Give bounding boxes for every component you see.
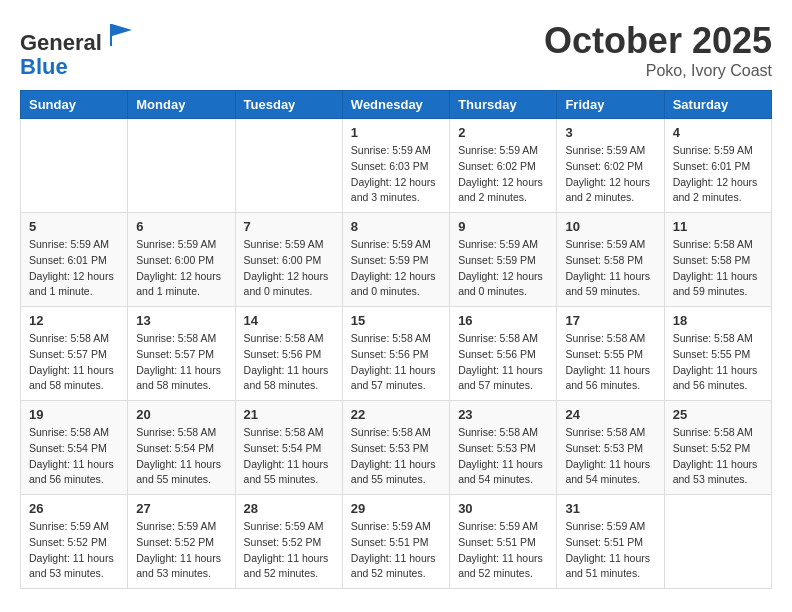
day-number: 20 (136, 407, 226, 422)
calendar-cell: 1Sunrise: 5:59 AM Sunset: 6:03 PM Daylig… (342, 119, 449, 213)
day-info: Sunrise: 5:58 AM Sunset: 5:54 PM Dayligh… (136, 425, 226, 488)
calendar-cell: 30Sunrise: 5:59 AM Sunset: 5:51 PM Dayli… (450, 495, 557, 589)
logo-blue: Blue (20, 54, 68, 79)
day-number: 4 (673, 125, 763, 140)
calendar-week-1: 1Sunrise: 5:59 AM Sunset: 6:03 PM Daylig… (21, 119, 772, 213)
day-number: 12 (29, 313, 119, 328)
calendar-cell: 16Sunrise: 5:58 AM Sunset: 5:56 PM Dayli… (450, 307, 557, 401)
day-number: 21 (244, 407, 334, 422)
day-number: 15 (351, 313, 441, 328)
day-number: 24 (565, 407, 655, 422)
page-header: General Blue October 2025 Poko, Ivory Co… (20, 20, 772, 80)
day-info: Sunrise: 5:59 AM Sunset: 5:51 PM Dayligh… (458, 519, 548, 582)
day-info: Sunrise: 5:59 AM Sunset: 5:58 PM Dayligh… (565, 237, 655, 300)
calendar-cell (21, 119, 128, 213)
month-title: October 2025 (544, 20, 772, 62)
day-info: Sunrise: 5:59 AM Sunset: 6:01 PM Dayligh… (29, 237, 119, 300)
calendar-week-3: 12Sunrise: 5:58 AM Sunset: 5:57 PM Dayli… (21, 307, 772, 401)
day-number: 7 (244, 219, 334, 234)
calendar-cell: 8Sunrise: 5:59 AM Sunset: 5:59 PM Daylig… (342, 213, 449, 307)
day-info: Sunrise: 5:59 AM Sunset: 6:01 PM Dayligh… (673, 143, 763, 206)
day-number: 14 (244, 313, 334, 328)
day-info: Sunrise: 5:59 AM Sunset: 5:59 PM Dayligh… (458, 237, 548, 300)
calendar-cell: 13Sunrise: 5:58 AM Sunset: 5:57 PM Dayli… (128, 307, 235, 401)
calendar-cell: 21Sunrise: 5:58 AM Sunset: 5:54 PM Dayli… (235, 401, 342, 495)
calendar-cell: 20Sunrise: 5:58 AM Sunset: 5:54 PM Dayli… (128, 401, 235, 495)
day-number: 13 (136, 313, 226, 328)
day-info: Sunrise: 5:58 AM Sunset: 5:55 PM Dayligh… (673, 331, 763, 394)
day-number: 31 (565, 501, 655, 516)
calendar-cell: 6Sunrise: 5:59 AM Sunset: 6:00 PM Daylig… (128, 213, 235, 307)
day-info: Sunrise: 5:59 AM Sunset: 6:02 PM Dayligh… (458, 143, 548, 206)
day-info: Sunrise: 5:58 AM Sunset: 5:54 PM Dayligh… (244, 425, 334, 488)
calendar-cell: 19Sunrise: 5:58 AM Sunset: 5:54 PM Dayli… (21, 401, 128, 495)
calendar-cell: 12Sunrise: 5:58 AM Sunset: 5:57 PM Dayli… (21, 307, 128, 401)
day-number: 28 (244, 501, 334, 516)
day-number: 8 (351, 219, 441, 234)
calendar-cell: 2Sunrise: 5:59 AM Sunset: 6:02 PM Daylig… (450, 119, 557, 213)
day-info: Sunrise: 5:59 AM Sunset: 5:52 PM Dayligh… (29, 519, 119, 582)
calendar-cell: 10Sunrise: 5:59 AM Sunset: 5:58 PM Dayli… (557, 213, 664, 307)
logo-flag-icon (106, 20, 136, 50)
calendar-cell: 25Sunrise: 5:58 AM Sunset: 5:52 PM Dayli… (664, 401, 771, 495)
calendar-table: SundayMondayTuesdayWednesdayThursdayFrid… (20, 90, 772, 589)
day-number: 30 (458, 501, 548, 516)
calendar-header-row: SundayMondayTuesdayWednesdayThursdayFrid… (21, 91, 772, 119)
day-info: Sunrise: 5:58 AM Sunset: 5:53 PM Dayligh… (458, 425, 548, 488)
day-info: Sunrise: 5:58 AM Sunset: 5:56 PM Dayligh… (458, 331, 548, 394)
day-info: Sunrise: 5:58 AM Sunset: 5:54 PM Dayligh… (29, 425, 119, 488)
day-number: 23 (458, 407, 548, 422)
day-number: 5 (29, 219, 119, 234)
day-number: 27 (136, 501, 226, 516)
day-info: Sunrise: 5:59 AM Sunset: 6:02 PM Dayligh… (565, 143, 655, 206)
calendar-cell: 29Sunrise: 5:59 AM Sunset: 5:51 PM Dayli… (342, 495, 449, 589)
weekday-header-wednesday: Wednesday (342, 91, 449, 119)
day-number: 17 (565, 313, 655, 328)
calendar-cell: 7Sunrise: 5:59 AM Sunset: 6:00 PM Daylig… (235, 213, 342, 307)
day-number: 11 (673, 219, 763, 234)
calendar-cell: 5Sunrise: 5:59 AM Sunset: 6:01 PM Daylig… (21, 213, 128, 307)
location: Poko, Ivory Coast (544, 62, 772, 80)
day-info: Sunrise: 5:59 AM Sunset: 5:52 PM Dayligh… (244, 519, 334, 582)
day-info: Sunrise: 5:59 AM Sunset: 5:59 PM Dayligh… (351, 237, 441, 300)
day-info: Sunrise: 5:59 AM Sunset: 6:03 PM Dayligh… (351, 143, 441, 206)
weekday-header-thursday: Thursday (450, 91, 557, 119)
logo: General Blue (20, 20, 136, 79)
day-info: Sunrise: 5:58 AM Sunset: 5:53 PM Dayligh… (351, 425, 441, 488)
day-number: 25 (673, 407, 763, 422)
day-info: Sunrise: 5:58 AM Sunset: 5:52 PM Dayligh… (673, 425, 763, 488)
calendar-cell: 22Sunrise: 5:58 AM Sunset: 5:53 PM Dayli… (342, 401, 449, 495)
calendar-cell (664, 495, 771, 589)
calendar-week-2: 5Sunrise: 5:59 AM Sunset: 6:01 PM Daylig… (21, 213, 772, 307)
calendar-cell: 26Sunrise: 5:59 AM Sunset: 5:52 PM Dayli… (21, 495, 128, 589)
day-info: Sunrise: 5:59 AM Sunset: 5:51 PM Dayligh… (565, 519, 655, 582)
svg-marker-0 (110, 24, 132, 46)
calendar-cell (235, 119, 342, 213)
calendar-cell: 17Sunrise: 5:58 AM Sunset: 5:55 PM Dayli… (557, 307, 664, 401)
day-number: 2 (458, 125, 548, 140)
weekday-header-saturday: Saturday (664, 91, 771, 119)
calendar-cell (128, 119, 235, 213)
calendar-cell: 18Sunrise: 5:58 AM Sunset: 5:55 PM Dayli… (664, 307, 771, 401)
day-number: 26 (29, 501, 119, 516)
title-block: October 2025 Poko, Ivory Coast (544, 20, 772, 80)
weekday-header-monday: Monday (128, 91, 235, 119)
calendar-cell: 14Sunrise: 5:58 AM Sunset: 5:56 PM Dayli… (235, 307, 342, 401)
weekday-header-friday: Friday (557, 91, 664, 119)
day-info: Sunrise: 5:58 AM Sunset: 5:57 PM Dayligh… (136, 331, 226, 394)
calendar-week-4: 19Sunrise: 5:58 AM Sunset: 5:54 PM Dayli… (21, 401, 772, 495)
calendar-cell: 27Sunrise: 5:59 AM Sunset: 5:52 PM Dayli… (128, 495, 235, 589)
calendar-cell: 4Sunrise: 5:59 AM Sunset: 6:01 PM Daylig… (664, 119, 771, 213)
day-number: 29 (351, 501, 441, 516)
day-number: 18 (673, 313, 763, 328)
day-info: Sunrise: 5:59 AM Sunset: 6:00 PM Dayligh… (244, 237, 334, 300)
logo-general: General (20, 30, 102, 55)
day-info: Sunrise: 5:58 AM Sunset: 5:56 PM Dayligh… (351, 331, 441, 394)
day-info: Sunrise: 5:58 AM Sunset: 5:57 PM Dayligh… (29, 331, 119, 394)
day-number: 9 (458, 219, 548, 234)
day-info: Sunrise: 5:59 AM Sunset: 5:51 PM Dayligh… (351, 519, 441, 582)
calendar-cell: 9Sunrise: 5:59 AM Sunset: 5:59 PM Daylig… (450, 213, 557, 307)
day-info: Sunrise: 5:59 AM Sunset: 5:52 PM Dayligh… (136, 519, 226, 582)
day-info: Sunrise: 5:58 AM Sunset: 5:55 PM Dayligh… (565, 331, 655, 394)
day-number: 10 (565, 219, 655, 234)
